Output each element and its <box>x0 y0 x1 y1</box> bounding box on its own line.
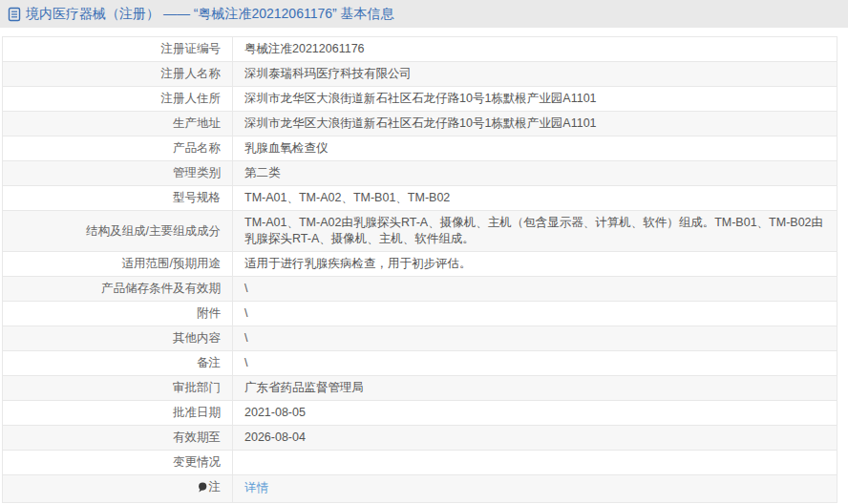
detail-link[interactable]: 详情 <box>244 481 268 494</box>
row-label: 注册证编号 <box>3 37 233 62</box>
row-label: 产品名称 <box>3 136 233 161</box>
table-row-product-name: 产品名称 乳腺血氧检查仪 <box>3 136 837 161</box>
table-row-approval-date: 批准日期 2021-08-05 <box>3 401 837 426</box>
table-row-structure-composition: 结构及组成/主要组成成分 TM-A01、TM-A02由乳腺探头RT-A、摄像机、… <box>3 211 837 252</box>
page-header: 境内医疗器械（注册） —— “粤械注准20212061176” 基本信息 <box>0 0 848 28</box>
row-value: TM-A01、TM-A02由乳腺探头RT-A、摄像机、主机（包含显示器、计算机、… <box>233 211 837 252</box>
row-value: \ <box>233 277 837 302</box>
page-title: 境内医疗器械（注册） —— “粤械注准20212061176” 基本信息 <box>26 6 394 23</box>
table-row-registrant-address: 注册人住所 深圳市龙华区大浪街道新石社区石龙仔路10号1栋默根产业园A1101 <box>3 87 837 112</box>
row-label: 其他内容 <box>3 326 233 351</box>
document-icon <box>8 7 21 22</box>
row-label: 注 <box>3 475 233 503</box>
row-value: 第二类 <box>233 161 837 186</box>
row-value: TM-A01、TM-A02、TM-B01、TM-B02 <box>233 186 837 211</box>
row-value: 深圳市龙华区大浪街道新石社区石龙仔路10号1栋默根产业园A1101 <box>233 112 837 136</box>
registration-info-table: 注册证编号 粤械注准20212061176 注册人名称 深圳泰瑞科玛医疗科技有限… <box>2 36 837 503</box>
row-value: 详情 <box>233 475 837 503</box>
table-row-expiry-date: 有效期至 2026-08-04 <box>3 426 837 451</box>
row-value: 深圳市龙华区大浪街道新石社区石龙仔路10号1栋默根产业园A1101 <box>233 87 837 112</box>
table-row-management-class: 管理类别 第二类 <box>3 161 837 186</box>
table-row-attachment: 附件 \ <box>3 302 837 326</box>
row-value: 乳腺血氧检查仪 <box>233 136 837 161</box>
table-row-cert-number: 注册证编号 粤械注准20212061176 <box>3 37 837 62</box>
row-label: 管理类别 <box>3 161 233 186</box>
row-label: 注册人住所 <box>3 87 233 112</box>
note-label-text: 注 <box>209 479 222 495</box>
table-row-approval-department: 审批部门 广东省药品监督管理局 <box>3 376 837 401</box>
row-value: 深圳泰瑞科玛医疗科技有限公司 <box>233 62 837 87</box>
table-row-remarks: 备注 \ <box>3 351 837 376</box>
table-row-storage-validity: 产品储存条件及有效期 \ <box>3 277 837 302</box>
row-value: 粤械注准20212061176 <box>233 37 837 62</box>
row-label: 变更情况 <box>3 451 233 475</box>
row-value: 2021-08-05 <box>233 401 837 426</box>
table-row-note: 注 详情 <box>3 475 837 503</box>
table-row-registrant-name: 注册人名称 深圳泰瑞科玛医疗科技有限公司 <box>3 62 837 87</box>
row-label: 注册人名称 <box>3 62 233 87</box>
row-label: 备注 <box>3 351 233 376</box>
table-row-intended-use: 适用范围/预期用途 适用于进行乳腺疾病检查，用于初步评估。 <box>3 252 837 277</box>
row-label: 有效期至 <box>3 426 233 451</box>
row-label: 产品储存条件及有效期 <box>3 277 233 302</box>
row-label: 附件 <box>3 302 233 326</box>
row-label: 型号规格 <box>3 186 233 211</box>
note-balloon-icon <box>198 482 207 494</box>
row-value: \ <box>233 302 837 326</box>
row-value: 广东省药品监督管理局 <box>233 376 837 401</box>
row-label: 审批部门 <box>3 376 233 401</box>
row-value: \ <box>233 326 837 351</box>
table-row-other-content: 其他内容 \ <box>3 326 837 351</box>
table-row-model-spec: 型号规格 TM-A01、TM-A02、TM-B01、TM-B02 <box>3 186 837 211</box>
row-value: 2026-08-04 <box>233 426 837 451</box>
row-value <box>233 451 837 475</box>
row-value: 适用于进行乳腺疾病检查，用于初步评估。 <box>233 252 837 277</box>
row-value: \ <box>233 351 837 376</box>
row-label: 适用范围/预期用途 <box>3 252 233 277</box>
table-row-production-address: 生产地址 深圳市龙华区大浪街道新石社区石龙仔路10号1栋默根产业园A1101 <box>3 112 837 136</box>
row-label: 生产地址 <box>3 112 233 136</box>
row-label: 批准日期 <box>3 401 233 426</box>
table-row-change-status: 变更情况 <box>3 451 837 475</box>
row-label: 结构及组成/主要组成成分 <box>3 211 233 252</box>
